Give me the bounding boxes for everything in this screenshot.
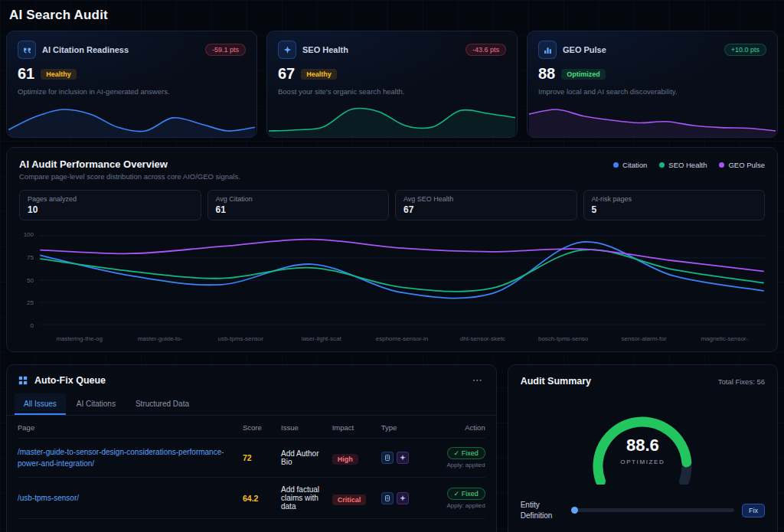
- stat-value: 67: [403, 204, 569, 215]
- legend-item-geo-pulse[interactable]: GEO Pulse: [719, 161, 765, 169]
- chart-x-axis: mastering-the-og master-guide-to- usb-tp…: [39, 335, 765, 342]
- y-tick: 50: [27, 277, 34, 284]
- legend-dot: [719, 162, 724, 168]
- ai-search-audit-page: AI Search Audit AI Citation Readiness -5…: [0, 0, 784, 532]
- stat-at-risk-pages: At-risk pages 5: [583, 190, 766, 220]
- table-row: /master-guide-to-sensor-design-considera…: [18, 439, 485, 478]
- score-value: 72: [243, 453, 276, 462]
- tab-ai-citations[interactable]: AI Citations: [67, 393, 125, 415]
- document-type-icon: [381, 452, 394, 464]
- card-header: AI Citation Readiness -59.1 pts: [18, 41, 246, 59]
- card-header: GEO Pulse +10.0 pts: [538, 41, 766, 59]
- stat-pages-analyzed: Pages analyzed 10: [19, 190, 201, 220]
- card-title: SEO Health: [302, 45, 459, 54]
- geo-sparkline-chart: [528, 102, 777, 137]
- y-tick: 25: [27, 299, 34, 306]
- performance-chart-svg: [39, 231, 765, 329]
- impact-cell: High: [332, 451, 377, 465]
- column-header-impact: Impact: [332, 423, 377, 432]
- fixed-status-button[interactable]: ✓ Fixed: [447, 488, 485, 500]
- legend-dot: [659, 162, 665, 168]
- summary-header: Audit Summary Total Fixes: 56: [521, 376, 765, 387]
- overflow-menu-icon[interactable]: ⋯: [469, 374, 485, 386]
- citation-sparkline-chart: [7, 102, 256, 137]
- legend-item-seo-health[interactable]: SEO Health: [659, 161, 707, 169]
- total-fixes: Total Fixes: 56: [718, 377, 765, 386]
- column-header-type: Type: [381, 423, 424, 432]
- column-header-score: Score: [243, 423, 276, 432]
- fixed-status-button[interactable]: ✓ Fixed: [447, 447, 485, 459]
- score-value: 64.2: [243, 494, 276, 503]
- card-score-row: 61 Healthy: [18, 65, 246, 83]
- page-link[interactable]: /usb-tpms-sensor/: [18, 492, 238, 504]
- overview-stats-row: Pages analyzed 10 Avg Citation 61 Avg SE…: [19, 190, 765, 220]
- performance-chart: 100 75 50 25 0: [19, 231, 765, 329]
- gauge-value: 88.6: [577, 436, 707, 455]
- card-title: GEO Pulse: [563, 45, 718, 54]
- score-cards-row: AI Citation Readiness -59.1 pts 61 Healt…: [6, 31, 778, 138]
- legend-label: Citation: [622, 161, 647, 169]
- legend-label: SEO Health: [668, 161, 707, 169]
- apply-status-note: Apply: applied: [446, 462, 485, 468]
- auto-fix-queue-panel: Auto-Fix Queue ⋯ All Issues AI Citations…: [6, 364, 497, 532]
- card-score: 88: [538, 65, 555, 83]
- column-header-action: Action: [429, 423, 485, 432]
- table-header-row: Page Score Issue Impact Type Action: [18, 416, 485, 439]
- card-description: Improve local and AI search discoverabil…: [538, 87, 766, 96]
- document-type-icon: [381, 492, 394, 504]
- impact-badge: High: [332, 454, 358, 465]
- impact-badge: Critical: [332, 494, 367, 505]
- page-link[interactable]: /master-guide-to-sensor-design-considera…: [18, 446, 238, 469]
- stat-label: Pages analyzed: [28, 195, 193, 203]
- y-tick: 75: [27, 254, 34, 261]
- card-score-row: 88 Optimized: [538, 65, 766, 83]
- x-tick: dht-sensor-sketc: [443, 335, 523, 342]
- auto-fix-table: Page Score Issue Impact Type Action /mas…: [7, 416, 496, 519]
- auto-fix-header: Auto-Fix Queue ⋯: [7, 365, 496, 393]
- y-tick: 100: [24, 231, 34, 238]
- x-tick: magnetic-sensor-: [684, 335, 765, 342]
- ai-sparkle-type-icon: [397, 452, 409, 464]
- status-badge: Healthy: [41, 69, 77, 80]
- tab-structured-data[interactable]: Structured Data: [126, 393, 198, 415]
- card-title: AI Citation Readiness: [42, 45, 199, 54]
- action-cell: ✓ Fixed Apply: applied: [429, 447, 485, 468]
- delta-badge: -43.6 pts: [466, 44, 506, 56]
- overview-header: AI Audit Performance Overview Compare pa…: [19, 158, 765, 181]
- overview-title: AI Audit Performance Overview: [19, 158, 240, 170]
- x-tick: bosch-tpms-senso: [523, 335, 603, 342]
- summary-title: Audit Summary: [521, 376, 591, 387]
- fix-button[interactable]: Fix: [742, 504, 765, 517]
- status-badge: Healthy: [301, 69, 337, 80]
- gauge-label: OPTIMIZED: [577, 459, 707, 465]
- issue-text: Add factual claims with data: [281, 485, 328, 511]
- x-tick: sensor-alarm-for: [603, 335, 684, 342]
- apply-status-note: Apply: applied: [446, 502, 485, 509]
- stat-value: 10: [28, 204, 193, 215]
- action-cell: ✓ Fixed Apply: applied: [429, 488, 485, 509]
- overview-subtitle: Compare page-level score distribution ac…: [19, 172, 240, 181]
- card-geo-pulse: GEO Pulse +10.0 pts 88 Optimized Improve…: [527, 31, 778, 138]
- legend-item-citation[interactable]: Citation: [613, 161, 647, 169]
- card-ai-citation-readiness: AI Citation Readiness -59.1 pts 61 Healt…: [6, 31, 257, 138]
- type-cell: [381, 452, 424, 464]
- grid-icon: [18, 375, 28, 386]
- stat-value: 5: [592, 204, 757, 215]
- legend-dot: [613, 162, 619, 168]
- legend-label: GEO Pulse: [728, 161, 765, 169]
- progress-bar: [576, 508, 734, 512]
- type-cell: [381, 492, 424, 504]
- ai-sparkle-type-icon: [397, 492, 409, 504]
- auto-fix-tabs: All Issues AI Citations Structured Data: [7, 393, 496, 416]
- stat-avg-seo-health: Avg SEO Health 67: [395, 190, 577, 220]
- column-header-issue: Issue: [281, 423, 328, 432]
- impact-cell: Critical: [332, 491, 377, 505]
- chart-legend: Citation SEO Health GEO Pulse: [613, 161, 765, 169]
- sparkle-icon: [278, 41, 296, 59]
- x-tick: master-guide-to-: [119, 335, 200, 342]
- score-gauge: 88.6 OPTIMIZED: [577, 399, 707, 485]
- card-header: SEO Health -43.6 pts: [278, 41, 506, 59]
- tab-all-issues[interactable]: All Issues: [15, 393, 66, 415]
- card-score: 61: [18, 65, 34, 83]
- card-seo-health: SEO Health -43.6 pts 67 Healthy Boost yo…: [266, 31, 518, 138]
